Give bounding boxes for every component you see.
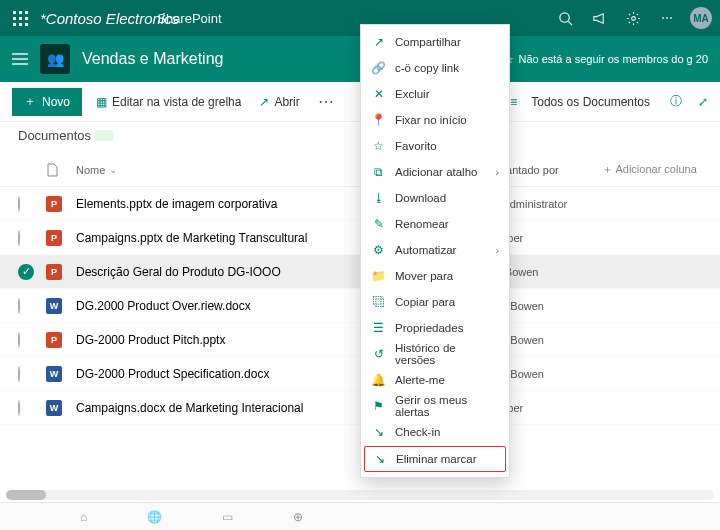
filter-icon[interactable]: ≡: [510, 95, 517, 109]
shortcut-icon: ⧉: [371, 165, 386, 180]
product-name: SharePoint: [157, 11, 221, 26]
ctx-label: Excluir: [395, 88, 430, 100]
row-select-circle[interactable]: [18, 230, 20, 246]
ctx-label: Eliminar marcar: [396, 453, 477, 465]
edit-grid-button[interactable]: ▦ Editar na vista de grelha: [92, 91, 245, 113]
ctx-checkin[interactable]: ↘Check-in: [361, 419, 509, 445]
card-icon[interactable]: ▭: [222, 510, 233, 524]
svg-line-10: [568, 21, 572, 25]
app-launcher-icon[interactable]: [8, 6, 32, 30]
open-label: Abrir: [274, 95, 299, 109]
powerpoint-icon: P: [46, 264, 62, 280]
row-select-circle[interactable]: [18, 196, 20, 212]
checkin-icon: ↘: [371, 425, 386, 440]
ctx-props[interactable]: ☰Propriedades: [361, 315, 509, 341]
open-button[interactable]: ↗ Abrir: [255, 91, 303, 113]
site-title[interactable]: Vendas e Marketing: [82, 50, 223, 68]
row-select-circle[interactable]: [18, 298, 20, 314]
ctx-label: Copiar para: [395, 296, 455, 308]
horizontal-scrollbar[interactable]: [6, 490, 714, 500]
rename-icon: ✎: [371, 217, 386, 232]
svg-rect-5: [25, 17, 28, 20]
add-tab-icon[interactable]: ⊕: [293, 510, 303, 524]
ctx-star[interactable]: ☆Favorito: [361, 133, 509, 159]
more-icon[interactable]: ⋯: [653, 4, 681, 32]
add-column[interactable]: ＋ Adicionar coluna: [602, 162, 702, 177]
col-filetype[interactable]: [46, 163, 76, 177]
edit-grid-label: Editar na vista de grelha: [112, 95, 241, 109]
ctx-label: Propriedades: [395, 322, 463, 334]
globe-icon[interactable]: 🌐: [147, 510, 162, 524]
ctx-flow[interactable]: ⚙Automatizar: [361, 237, 509, 263]
megaphone-icon[interactable]: [585, 4, 613, 32]
ctx-download[interactable]: ⭳Download: [361, 185, 509, 211]
ctx-label: c-ö copy link: [395, 62, 459, 74]
ctx-label: Renomear: [395, 218, 449, 230]
alert-icon: 🔔: [371, 373, 386, 388]
overflow-button[interactable]: ⋯: [314, 88, 338, 115]
powerpoint-icon: P: [46, 332, 62, 348]
row-select-circle[interactable]: [18, 366, 20, 382]
ctx-label: Fixar no início: [395, 114, 467, 126]
ctx-move[interactable]: 📁Mover para: [361, 263, 509, 289]
ctx-label: Download: [395, 192, 446, 204]
ctx-label: Alerte-me: [395, 374, 445, 386]
ctx-link[interactable]: 🔗c-ö copy link: [361, 55, 509, 81]
discard-icon: ↘: [372, 452, 387, 467]
word-icon: W: [46, 298, 62, 314]
ctx-label: Automatizar: [395, 244, 456, 256]
ctx-alert[interactable]: 🔔Alerte-me: [361, 367, 509, 393]
view-selector[interactable]: Todos os Documentos: [527, 91, 654, 113]
context-menu: ↗Compartilhar🔗c-ö copy link✕Excluir📍Fixa…: [360, 24, 510, 478]
svg-point-11: [631, 16, 635, 20]
follow-text: Não está a seguir os membros do g 20: [518, 53, 708, 65]
svg-rect-6: [13, 23, 16, 26]
bottom-taskbar: ⌂ 🌐 ▭ ⊕: [0, 502, 720, 530]
expand-icon[interactable]: ⤢: [698, 95, 708, 109]
follow-status[interactable]: ☆ Não está a seguir os membros do g 20: [504, 53, 708, 66]
ctx-shortcut[interactable]: ⧉Adicionar atalho: [361, 159, 509, 185]
copy-icon: ⿻: [371, 295, 386, 310]
row-selected-icon[interactable]: ✓: [18, 264, 34, 280]
user-avatar[interactable]: MA: [690, 7, 712, 29]
svg-rect-0: [13, 11, 16, 14]
ctx-label: Favorito: [395, 140, 437, 152]
svg-point-9: [559, 12, 568, 21]
search-icon[interactable]: [551, 4, 579, 32]
ctx-copy[interactable]: ⿻Copiar para: [361, 289, 509, 315]
nav-toggle-icon[interactable]: [12, 53, 28, 65]
svg-rect-3: [13, 17, 16, 20]
delete-icon: ✕: [371, 87, 386, 102]
home-icon[interactable]: ⌂: [80, 510, 87, 524]
link-icon: 🔗: [371, 61, 386, 76]
svg-rect-4: [19, 17, 22, 20]
powerpoint-icon: P: [46, 196, 62, 212]
row-select-circle[interactable]: [18, 332, 20, 348]
props-icon: ☰: [371, 321, 386, 336]
grid-icon: ▦: [96, 95, 107, 109]
settings-icon[interactable]: [619, 4, 647, 32]
row-select-circle[interactable]: [18, 400, 20, 416]
word-icon: W: [46, 366, 62, 382]
move-icon: 📁: [371, 269, 386, 284]
ctx-label: Gerir os meus alertas: [395, 394, 499, 418]
ctx-pin[interactable]: 📍Fixar no início: [361, 107, 509, 133]
star-icon: ☆: [371, 139, 386, 154]
pin-icon: 📍: [371, 113, 386, 128]
info-icon[interactable]: ⓘ: [670, 93, 682, 110]
manage-icon: ⚑: [371, 399, 386, 414]
new-button[interactable]: ＋ Novo: [12, 88, 82, 116]
ctx-label: Histórico de versões: [395, 342, 499, 366]
ctx-share[interactable]: ↗Compartilhar: [361, 29, 509, 55]
scrollbar-thumb[interactable]: [6, 490, 46, 500]
ctx-delete[interactable]: ✕Excluir: [361, 81, 509, 107]
ctx-rename[interactable]: ✎Renomear: [361, 211, 509, 237]
ctx-discard[interactable]: ↘Eliminar marcar: [364, 446, 506, 472]
svg-rect-7: [19, 23, 22, 26]
ctx-manage[interactable]: ⚑Gerir os meus alertas: [361, 393, 509, 419]
ctx-label: Check-in: [395, 426, 440, 438]
site-logo[interactable]: 👥: [40, 44, 70, 74]
ctx-history[interactable]: ↺Histórico de versões: [361, 341, 509, 367]
share-icon: ↗: [371, 35, 386, 50]
open-icon: ↗: [259, 95, 269, 109]
